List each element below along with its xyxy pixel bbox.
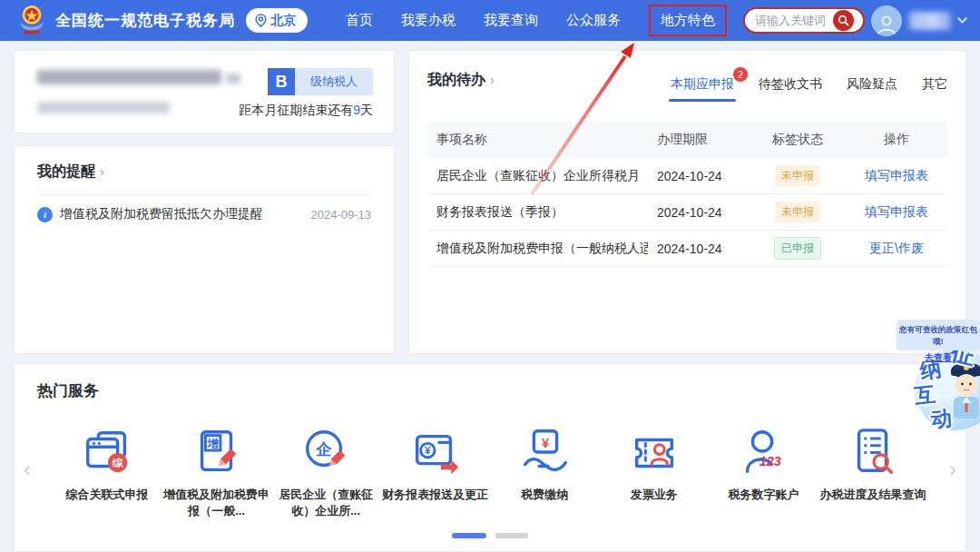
service-progress-query[interactable]: 办税进度及结果查询: [818, 426, 927, 519]
chevron-right-icon: ›: [490, 72, 495, 87]
service-label: 发票业务: [631, 487, 678, 503]
tab-others[interactable]: 其它: [922, 76, 947, 102]
browser-window-badge-icon: 综: [81, 426, 133, 478]
tooltip-view-link[interactable]: 去查看: [925, 352, 952, 362]
company-name-redacted: [37, 70, 221, 84]
reminders-header-link[interactable]: 我的提醒›: [37, 163, 104, 182]
chevron-right-icon: ›: [100, 163, 104, 179]
tab-documents-to-sign[interactable]: 待签收文书: [759, 76, 822, 102]
nav-home[interactable]: 首页: [346, 12, 373, 29]
svg-text:123: 123: [760, 454, 781, 468]
service-label: 税费缴纳: [521, 487, 568, 503]
reminders-card: 我的提醒› i 增值税及附加税费留抵抵欠办理提醒 2024-09-13: [14, 145, 395, 354]
fill-declaration-link[interactable]: 填写申报表: [846, 204, 947, 221]
nav-local-features[interactable]: 地方特色: [649, 5, 727, 36]
carousel-prev-button[interactable]: ‹: [24, 457, 31, 482]
col-item-name: 事项名称: [427, 132, 648, 148]
company-name-redacted-tail: [226, 74, 240, 84]
table-row: 增值税及附加税费申报（一般纳税人适... 2024-10-24 已申报 更正\作…: [427, 231, 947, 267]
service-financial-report[interactable]: ¥ 财务报表报送及更正: [381, 426, 490, 519]
service-label: 税务数字账户: [728, 487, 799, 503]
top-header: 全国统一规范电子税务局 北京 首页 我要办税 我要查询 公众服务 地方特色: [0, 0, 980, 41]
credit-grade: B: [268, 68, 295, 95]
correct-void-link[interactable]: 更正\作废: [846, 241, 947, 257]
person-icon: [875, 13, 898, 36]
svg-text:增: 增: [206, 438, 219, 450]
nav-public-service[interactable]: 公众服务: [566, 12, 621, 29]
reminders-title: 我的提醒: [37, 163, 95, 179]
chevron-down-icon[interactable]: [957, 17, 967, 24]
services-row: 综 综合关联式申报 增 增值税及附加税费申报（一般... 企: [53, 426, 927, 519]
main-nav: 首页 我要办税 我要查询 公众服务 地方特色: [346, 5, 734, 36]
table-row: 居民企业（查账征收）企业所得税月（... 2024-10-24 未申报 填写申报…: [427, 158, 947, 194]
taxpayer-info-card: B 级纳税人 距本月征期结束还有9天: [14, 50, 395, 133]
fill-declaration-link[interactable]: 填写申报表: [846, 168, 947, 184]
service-label: 增值税及附加税费申报（一般...: [163, 487, 270, 519]
todo-card: 我的待办› 本期应申报 2 待签收文书 风险疑点 其它 事项名称 办理期限 标签…: [408, 50, 966, 354]
service-vat-declaration[interactable]: 增 增值税及附加税费申报（一般...: [162, 426, 271, 519]
todo-tabs: 本期应申报 2 待签收文书 风险疑点 其它: [646, 76, 947, 102]
username-redacted[interactable]: [909, 12, 951, 30]
countdown-suffix: 天: [360, 103, 373, 117]
service-label: 综合关联式申报: [66, 487, 149, 503]
todo-table-header: 事项名称 办理期限 标签状态 操作: [427, 122, 947, 158]
pagination-dot[interactable]: [495, 533, 528, 538]
svg-text:¥: ¥: [542, 436, 549, 450]
tab-label: 本期应申报: [671, 76, 734, 91]
service-tax-payment[interactable]: ¥ 税费缴纳: [490, 426, 599, 519]
item-status: 已申报: [750, 237, 846, 260]
status-badge: 未申报: [775, 202, 820, 222]
countdown-prefix: 距本月征期结束还有: [239, 103, 353, 117]
service-digital-account[interactable]: 123 税务数字账户: [709, 426, 818, 519]
item-deadline: 2024-10-24: [648, 205, 750, 220]
item-status: 未申报: [750, 202, 846, 222]
service-comprehensive-filing[interactable]: 综 综合关联式申报: [53, 426, 162, 519]
search-button[interactable]: [833, 10, 854, 31]
filing-deadline-countdown: 距本月征期结束还有9天: [239, 103, 373, 119]
site-title: 全国统一规范电子税务局: [55, 10, 235, 31]
hot-services-title: 热门服务: [37, 380, 99, 401]
tab-current-filing[interactable]: 本期应申报 2: [671, 76, 734, 102]
user-avatar[interactable]: [871, 5, 902, 36]
status-badge: 未申报: [775, 165, 820, 186]
info-icon: i: [37, 207, 53, 222]
tab-risk-points[interactable]: 风险疑点: [847, 76, 897, 102]
col-action: 操作: [846, 132, 947, 148]
carousel-next-button[interactable]: ›: [949, 457, 956, 482]
location-selector[interactable]: 北京: [246, 8, 308, 33]
status-badge: 已申报: [774, 237, 821, 260]
pagination-dot-active[interactable]: [452, 533, 486, 538]
todo-table-body: 居民企业（查账征收）企业所得税月（... 2024-10-24 未申报 填写申报…: [427, 158, 947, 267]
policy-red-packet-tooltip: 您有可查收的政策红包哦! 去查看: [897, 320, 980, 350]
countdown-days: 9: [353, 103, 360, 117]
hand-money-icon: ¥: [518, 426, 571, 478]
taxpayer-id-redacted: [37, 102, 170, 113]
col-deadline: 办理期限: [648, 132, 750, 148]
document-pencil-icon: 增: [191, 426, 243, 478]
document-magnifier-icon: [847, 426, 899, 478]
location-pin-icon: [255, 14, 267, 27]
tax-bureau-logo-icon: [16, 5, 47, 37]
reminder-item[interactable]: i 增值税及附加税费留抵抵欠办理提醒 2024-09-13: [37, 206, 371, 222]
tab-count-badge: 2: [733, 67, 748, 82]
person-123-icon: 123: [737, 426, 789, 478]
item-deadline: 2024-10-24: [648, 169, 750, 183]
service-resident-enterprise-tax[interactable]: 企 居民企业（查账征收）企业所...: [271, 426, 380, 519]
service-label: 财务报表报送及更正: [382, 487, 488, 503]
todo-header-link[interactable]: 我的待办›: [427, 71, 495, 90]
search-input[interactable]: [755, 14, 833, 27]
col-status: 标签状态: [750, 132, 846, 148]
credit-grade-label: 级纳税人: [295, 68, 373, 95]
todo-title: 我的待办: [427, 72, 485, 87]
nav-query[interactable]: 我要查询: [484, 12, 538, 29]
item-name: 财务报表报送（季报）: [427, 204, 648, 221]
item-deadline: 2024-10-24: [648, 242, 750, 256]
widget-char: 动: [930, 408, 953, 430]
user-zone: [871, 5, 967, 36]
nav-handle-tax[interactable]: 我要办税: [401, 12, 456, 29]
report-arrow-icon: ¥: [409, 426, 462, 478]
tooltip-text: 您有可查收的政策红包哦!: [898, 325, 977, 348]
location-label: 北京: [270, 13, 296, 29]
search-box: [743, 7, 865, 34]
service-invoice[interactable]: 发票业务: [600, 426, 709, 519]
